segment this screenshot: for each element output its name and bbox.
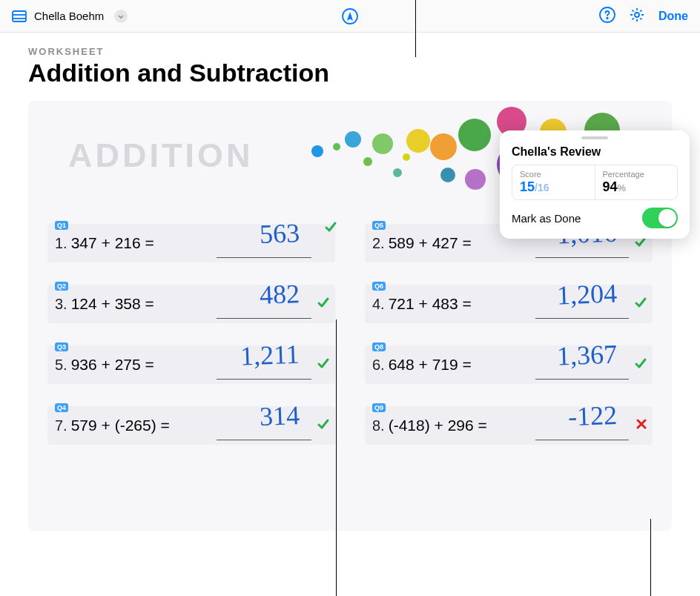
done-button[interactable]: Done <box>658 10 688 23</box>
handwritten-answer: 482 <box>259 278 300 311</box>
question-badge: Q9 <box>372 403 386 412</box>
answer-underline <box>535 440 629 440</box>
question-expression: 721 + 483 = <box>389 295 472 313</box>
bubble <box>345 131 361 148</box>
question-number: 6. <box>369 357 385 374</box>
score-label: Score <box>520 170 587 179</box>
question-expression: 936 + 275 = <box>71 356 154 374</box>
percentage-value: 94% <box>603 179 670 195</box>
question-row[interactable]: Q98.(-418) + 296 =-122 <box>365 406 653 445</box>
question-expression: 579 + (-265) = <box>71 417 170 434</box>
question-number: 3. <box>52 296 67 313</box>
callout-line <box>336 319 337 596</box>
gear-icon[interactable] <box>629 7 645 26</box>
question-row[interactable]: Q11.347 + 216 =563 <box>47 224 335 262</box>
bubble <box>311 145 323 157</box>
answer-underline <box>535 257 629 258</box>
content: WORKSHEET Addition and Subtraction ADDIT… <box>0 33 700 596</box>
questions-grid: Q11.347 + 216 =563Q23.124 + 358 =482Q35.… <box>43 224 657 445</box>
mark-done-label: Mark as Done <box>512 212 581 225</box>
review-card: Chella's Review Score 15/16 Percentage 9… <box>500 130 690 239</box>
bubble <box>403 153 410 161</box>
toolbar-left: Chella Boehm <box>12 10 128 23</box>
mark-done-row: Mark as Done <box>512 208 678 228</box>
question-expression: 589 + 427 = <box>389 234 472 252</box>
check-icon[interactable] <box>316 356 331 374</box>
page-title: Addition and Subtraction <box>28 59 672 87</box>
question-row[interactable]: Q86.648 + 719 =1,367 <box>365 345 653 384</box>
question-expression: (-418) + 296 = <box>389 417 487 434</box>
question-number: 8. <box>369 417 385 434</box>
mark-done-toggle[interactable] <box>642 208 678 228</box>
handwritten-answer: 563 <box>259 217 300 250</box>
question-badge: Q2 <box>55 282 68 291</box>
bubble <box>440 168 455 182</box>
question-badge: Q8 <box>372 342 386 351</box>
bubble <box>465 169 486 190</box>
handwritten-answer: 314 <box>259 400 300 432</box>
question-badge: Q6 <box>372 282 386 291</box>
question-badge: Q4 <box>55 403 68 412</box>
callout-line <box>415 0 416 57</box>
question-badge: Q5 <box>372 221 386 230</box>
check-icon[interactable] <box>316 417 331 434</box>
question-row[interactable]: Q35.936 + 275 =1,211 <box>47 345 335 384</box>
help-icon[interactable] <box>599 7 615 26</box>
answer-underline <box>217 379 311 380</box>
callout-line <box>650 519 651 596</box>
answer-underline <box>217 440 311 440</box>
answer-underline <box>217 318 311 319</box>
svg-rect-0 <box>13 11 26 21</box>
review-title: Chella's Review <box>512 145 678 159</box>
question-badge: Q1 <box>55 221 68 230</box>
check-icon[interactable] <box>633 356 648 374</box>
check-icon[interactable] <box>633 295 648 313</box>
bubble <box>393 168 402 177</box>
markup-icon[interactable] <box>342 8 358 24</box>
svg-point-6 <box>635 13 639 17</box>
score-stat: Score 15/16 <box>512 165 595 199</box>
questions-col-right: Q52.589 + 427 =1,016Q64.721 + 483 =1,204… <box>365 224 653 445</box>
handwritten-answer: 1,211 <box>240 339 300 372</box>
drag-handle[interactable] <box>581 136 608 139</box>
handwritten-answer: -122 <box>567 400 617 432</box>
wrong-icon[interactable] <box>635 417 648 434</box>
bubble <box>333 143 340 150</box>
question-badge: Q3 <box>55 342 68 351</box>
bubble <box>363 157 372 166</box>
question-number: 2. <box>369 235 385 252</box>
page-label: WORKSHEET <box>28 46 672 57</box>
question-expression: 124 + 358 = <box>71 295 154 313</box>
chevron-down-icon[interactable] <box>114 10 128 23</box>
handwritten-answer: 1,204 <box>556 278 617 311</box>
question-row[interactable]: Q23.124 + 358 =482 <box>47 285 335 323</box>
bubble <box>406 129 430 153</box>
questions-col-left: Q11.347 + 216 =563Q23.124 + 358 =482Q35.… <box>47 224 335 445</box>
question-number: 5. <box>52 357 67 374</box>
question-row[interactable]: Q64.721 + 483 =1,204 <box>365 285 653 323</box>
check-icon[interactable] <box>323 219 338 237</box>
user-name[interactable]: Chella Boehm <box>34 10 104 22</box>
question-number: 1. <box>52 235 67 252</box>
answer-underline <box>535 379 629 380</box>
question-number: 7. <box>52 417 67 434</box>
svg-point-5 <box>607 17 608 19</box>
question-row[interactable]: Q47.579 + (-265) =314 <box>47 406 335 445</box>
question-expression: 648 + 719 = <box>389 356 472 374</box>
section-heading: ADDITION <box>68 136 254 175</box>
toolbar-right: Done <box>599 7 688 26</box>
percentage-label: Percentage <box>603 170 670 179</box>
question-expression: 347 + 216 = <box>71 234 154 252</box>
toolbar: Chella Boehm Done <box>0 0 700 33</box>
check-icon[interactable] <box>316 295 331 313</box>
bubble <box>372 133 393 154</box>
score-value: 15/16 <box>520 179 587 195</box>
review-stats: Score 15/16 Percentage 94% <box>512 165 678 200</box>
answer-underline <box>217 257 311 258</box>
handwritten-answer: 1,367 <box>556 339 617 372</box>
question-number: 4. <box>369 296 385 313</box>
sidebar-icon[interactable] <box>12 10 27 22</box>
percentage-stat: Percentage 94% <box>595 165 678 199</box>
bubble <box>430 133 457 160</box>
answer-underline <box>535 318 629 319</box>
